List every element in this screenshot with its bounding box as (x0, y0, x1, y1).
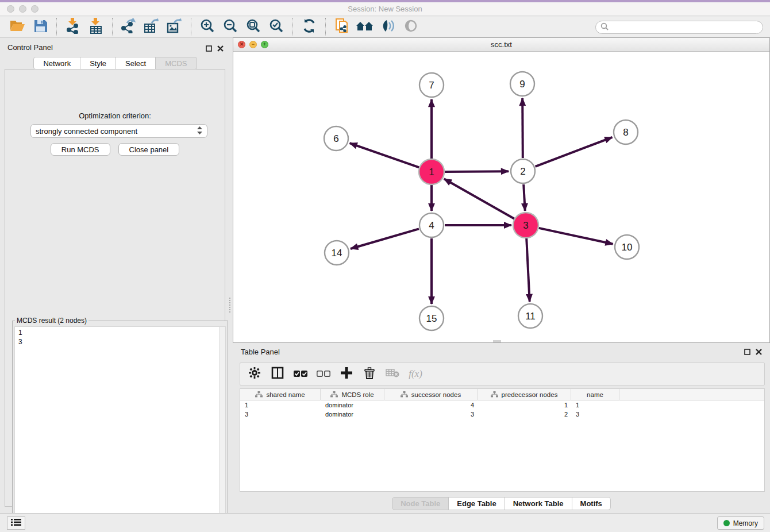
cell-shared-name[interactable]: 3 (240, 410, 321, 419)
control-tabs: NetworkStyleSelectMCDS (0, 57, 230, 70)
node-6[interactable]: 6 (324, 126, 348, 151)
tab-edge-table[interactable]: Edge Table (448, 497, 505, 510)
node-11[interactable]: 11 (518, 304, 542, 328)
app-title: Session: New Session (0, 5, 770, 13)
cell-successor-nodes[interactable]: 3 (384, 410, 478, 419)
cell-predecessor-nodes[interactable]: 1 (478, 400, 571, 410)
memory-button[interactable]: Memory (717, 516, 764, 530)
task-history-button[interactable] (7, 516, 25, 530)
zoom-fit-button[interactable] (242, 18, 265, 36)
select-all-button[interactable] (293, 367, 308, 381)
node-14[interactable]: 14 (325, 241, 349, 265)
zoom-in-button[interactable] (196, 18, 219, 36)
style-brush-button[interactable] (376, 18, 399, 36)
node-3[interactable]: 3 (513, 213, 538, 238)
zoom-out-button[interactable] (219, 18, 242, 36)
unchecked-boxes-icon (317, 369, 330, 379)
deselect-all-button[interactable] (316, 367, 331, 381)
tab-select[interactable]: Select (116, 57, 156, 70)
node-10[interactable]: 10 (615, 235, 639, 259)
edge-2-9[interactable] (522, 98, 523, 158)
network-canvas[interactable]: 7968124314101511 (233, 52, 769, 342)
cell-successor-nodes[interactable]: 4 (384, 400, 478, 410)
export-network-button[interactable] (117, 18, 140, 36)
node-8[interactable]: 8 (614, 120, 638, 144)
export-table-button[interactable] (140, 18, 163, 36)
show-columns-button[interactable] (270, 367, 285, 381)
node-9[interactable]: 9 (510, 72, 534, 96)
edge-2-8[interactable] (536, 137, 613, 167)
gear-icon (249, 367, 260, 381)
column-header-MCDS-role[interactable]: MCDS role (321, 389, 384, 400)
close-panel-icon[interactable] (217, 44, 224, 54)
tab-node-table[interactable]: Node Table (392, 497, 449, 510)
refresh-icon (302, 19, 316, 35)
result-scrollbar[interactable] (219, 327, 225, 530)
edge-3-1[interactable] (444, 179, 514, 218)
edge-1-6[interactable] (350, 143, 419, 167)
zoom-out-icon (223, 18, 238, 36)
cell-shared-name[interactable]: 1 (240, 400, 321, 410)
main-toolbar (0, 17, 770, 38)
optimization-dropdown[interactable]: strongly connected component (30, 124, 207, 138)
cell-name[interactable]: 3 (571, 410, 619, 419)
edge-1-2[interactable] (445, 171, 509, 172)
node-4[interactable]: 4 (419, 213, 444, 237)
cell-MCDS-role[interactable]: dominator (321, 400, 384, 410)
double-home-button[interactable] (353, 18, 376, 36)
window-resize-handle[interactable] (493, 340, 501, 342)
add-column-button[interactable] (339, 367, 354, 381)
delete-table-button[interactable] (385, 367, 400, 381)
node-2[interactable]: 2 (511, 159, 535, 183)
function-builder-button[interactable]: f(x) (408, 367, 423, 381)
import-network-button[interactable] (61, 18, 84, 36)
edge-3-11[interactable] (526, 238, 530, 302)
tab-network[interactable]: Network (33, 57, 80, 70)
delete-column-button[interactable] (362, 367, 377, 381)
column-header-shared-name[interactable]: shared name (240, 389, 321, 400)
node-15[interactable]: 15 (419, 306, 444, 330)
table-row[interactable]: 1dominator411 (240, 400, 764, 410)
close-panel-icon[interactable] (756, 347, 762, 357)
table-settings-button[interactable] (247, 367, 262, 381)
table-row[interactable]: 3dominator323 (240, 410, 764, 419)
panel-divider-handle[interactable] (229, 298, 232, 313)
cell-name[interactable]: 1 (571, 400, 619, 410)
open-session-button[interactable] (6, 18, 29, 36)
cell-MCDS-role[interactable]: dominator (321, 410, 384, 419)
zoom-selected-button[interactable] (265, 18, 288, 36)
float-panel-icon[interactable] (206, 44, 212, 54)
edge-4-14[interactable] (351, 229, 419, 249)
checked-boxes-icon (294, 369, 307, 379)
tab-style[interactable]: Style (80, 57, 116, 70)
run-mcds-button[interactable]: Run MCDS (51, 143, 110, 156)
column-header-successor-nodes[interactable]: successor nodes (384, 389, 478, 400)
save-session-button[interactable] (29, 18, 52, 36)
tab-mcds[interactable]: MCDS (155, 57, 197, 70)
column-header-name[interactable]: name (571, 389, 619, 400)
svg-text:9: 9 (519, 79, 525, 90)
node-7[interactable]: 7 (419, 73, 444, 97)
table-toolbar: f(x) (240, 363, 765, 385)
svg-text:15: 15 (426, 313, 437, 324)
refresh-button[interactable] (298, 18, 321, 36)
import-table-button[interactable] (84, 18, 107, 36)
tab-motifs[interactable]: Motifs (572, 497, 611, 510)
export-image-button[interactable] (163, 18, 186, 36)
tab-network-table[interactable]: Network Table (505, 497, 572, 510)
network-titlebar: ✕ − + scc.txt (233, 38, 769, 52)
plus-icon (341, 367, 352, 381)
table-body: 1dominator4113dominator323 (240, 400, 764, 419)
status-bar: Memory (0, 513, 770, 532)
node-1[interactable]: 1 (419, 159, 444, 184)
cell-predecessor-nodes[interactable]: 2 (478, 410, 571, 419)
close-panel-button[interactable]: Close panel (118, 143, 180, 156)
search-input[interactable] (611, 24, 758, 32)
hierarchy-icon (491, 391, 498, 399)
edge-3-10[interactable] (539, 228, 613, 244)
eye-button[interactable] (399, 18, 422, 36)
float-panel-icon[interactable] (744, 347, 750, 357)
column-header-predecessor-nodes[interactable]: predecessor nodes (478, 389, 571, 400)
clone-network-button[interactable] (330, 18, 353, 36)
edge-2-3[interactable] (523, 184, 525, 211)
